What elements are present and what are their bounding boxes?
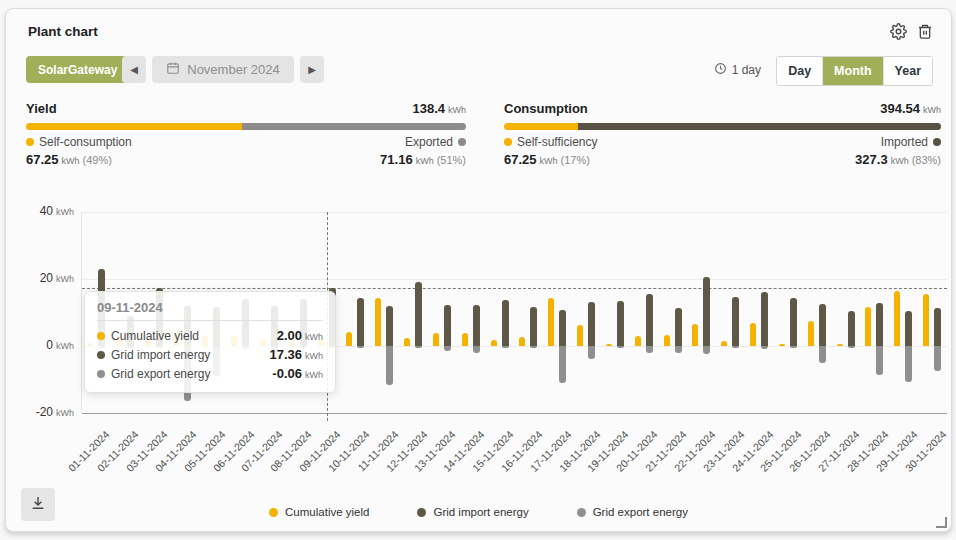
- bar-export[interactable]: [675, 346, 682, 353]
- bar-export[interactable]: [819, 346, 826, 363]
- crosshair-horizontal: [82, 288, 947, 289]
- yield-progress-bar: [26, 123, 466, 130]
- bar-export[interactable]: [761, 346, 768, 349]
- download-button[interactable]: [21, 488, 55, 521]
- legend-grid-import[interactable]: Grid import energy: [417, 506, 528, 518]
- olive-dot-icon: [417, 508, 426, 517]
- bar-export[interactable]: [386, 346, 393, 385]
- bar-yield[interactable]: [577, 325, 583, 346]
- toolbar: SolarGateway ◀ November 2024 ▶: [26, 56, 933, 84]
- bar-import[interactable]: [876, 303, 883, 346]
- chevron-left-icon: ◀: [130, 64, 138, 75]
- legend-grid-export[interactable]: Grid export energy: [577, 506, 688, 518]
- bar-import[interactable]: [617, 301, 624, 346]
- bar-export[interactable]: [559, 346, 566, 383]
- page-title: Plant chart: [28, 24, 98, 39]
- bar-yield[interactable]: [606, 344, 612, 346]
- bar-import[interactable]: [444, 305, 451, 346]
- bar-yield[interactable]: [404, 338, 410, 346]
- bar-export[interactable]: [415, 346, 422, 348]
- next-period-button[interactable]: ▶: [300, 56, 324, 83]
- consumption-summary: Consumption 394.54kWh Self-sufficiency I…: [504, 101, 941, 167]
- bar-yield[interactable]: [635, 336, 641, 346]
- bar-import[interactable]: [848, 311, 855, 346]
- bar-export[interactable]: [588, 346, 595, 359]
- bar-export[interactable]: [848, 346, 855, 348]
- bar-yield[interactable]: [721, 341, 727, 346]
- bar-import[interactable]: [905, 311, 912, 346]
- chart-legend: Cumulative yield Grid import energy Grid…: [6, 506, 951, 518]
- bar-import[interactable]: [502, 300, 509, 346]
- resize-handle-icon[interactable]: [936, 517, 947, 528]
- bar-import[interactable]: [357, 298, 364, 346]
- bar-export[interactable]: [444, 346, 451, 351]
- bar-yield[interactable]: [750, 323, 756, 346]
- olive-dot-icon: [97, 351, 105, 359]
- yield-total: 138.4kWh: [412, 101, 466, 116]
- bar-yield[interactable]: [491, 340, 497, 346]
- bar-export[interactable]: [876, 346, 883, 375]
- bar-yield[interactable]: [375, 298, 381, 346]
- bar-import[interactable]: [934, 308, 941, 346]
- bar-yield[interactable]: [664, 335, 670, 346]
- bar-yield[interactable]: [894, 291, 900, 346]
- bar-import[interactable]: [588, 302, 595, 346]
- bar-yield[interactable]: [808, 321, 814, 346]
- bar-yield[interactable]: [692, 324, 698, 346]
- bar-export[interactable]: [617, 346, 624, 348]
- y-tick-label: 0kWh: [8, 338, 74, 352]
- view-switcher: Day Month Year: [776, 56, 933, 86]
- bar-import[interactable]: [819, 304, 826, 346]
- bar-export[interactable]: [357, 346, 364, 348]
- tab-month[interactable]: Month: [822, 57, 882, 85]
- yellow-dot-icon: [97, 332, 105, 340]
- consumption-progress-bar: [504, 123, 941, 130]
- bar-yield[interactable]: [519, 337, 525, 346]
- download-icon: [30, 495, 46, 514]
- delete-trash-icon[interactable]: [917, 23, 933, 40]
- bar-import[interactable]: [761, 292, 768, 346]
- settings-gear-icon[interactable]: [890, 23, 907, 40]
- bar-import[interactable]: [790, 298, 797, 346]
- legend-cumulative-yield[interactable]: Cumulative yield: [269, 506, 369, 518]
- bar-yield[interactable]: [865, 307, 871, 346]
- bar-export[interactable]: [530, 346, 537, 348]
- bar-export[interactable]: [732, 346, 739, 348]
- yellow-dot-icon: [269, 508, 278, 517]
- y-tick-label: 20kWh: [8, 271, 74, 285]
- bar-import[interactable]: [703, 277, 710, 346]
- bar-yield[interactable]: [779, 344, 785, 346]
- bar-import[interactable]: [473, 305, 480, 346]
- gateway-button[interactable]: SolarGateway: [26, 56, 129, 83]
- bar-import[interactable]: [646, 294, 653, 346]
- period-picker-button[interactable]: November 2024: [152, 56, 294, 83]
- bar-yield[interactable]: [837, 344, 843, 346]
- bar-export[interactable]: [703, 346, 710, 354]
- bar-yield[interactable]: [346, 332, 352, 346]
- bar-yield[interactable]: [548, 298, 554, 346]
- bar-yield[interactable]: [923, 294, 929, 346]
- bar-export[interactable]: [934, 346, 941, 371]
- yield-title: Yield: [26, 101, 57, 116]
- bar-import[interactable]: [530, 307, 537, 346]
- tab-day[interactable]: Day: [777, 57, 822, 85]
- olive-dot-icon: [933, 138, 941, 146]
- tab-year[interactable]: Year: [883, 57, 932, 85]
- bar-export[interactable]: [646, 346, 653, 353]
- bar-yield[interactable]: [433, 333, 439, 346]
- bar-export[interactable]: [790, 346, 797, 348]
- tooltip-row-yield: Cumulative yield 2.00kWh: [97, 326, 323, 345]
- bar-import[interactable]: [559, 310, 566, 346]
- bar-import[interactable]: [415, 282, 422, 346]
- self-sufficiency-value: 67.25kWh(17%): [504, 152, 590, 167]
- bar-export[interactable]: [502, 346, 509, 348]
- bar-import[interactable]: [675, 308, 682, 346]
- gray-dot-icon: [458, 138, 466, 146]
- bar-yield[interactable]: [462, 333, 468, 346]
- self-sufficiency-label: Self-sufficiency: [504, 135, 597, 149]
- bar-import[interactable]: [386, 306, 393, 346]
- bar-export[interactable]: [905, 346, 912, 382]
- bar-export[interactable]: [473, 346, 480, 353]
- bar-import[interactable]: [732, 297, 739, 346]
- previous-period-button[interactable]: ◀: [122, 56, 146, 83]
